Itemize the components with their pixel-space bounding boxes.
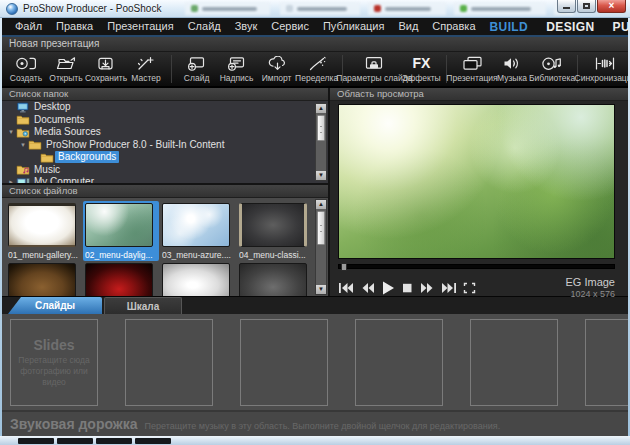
toolbar-button-save[interactable]: Сохранить (86, 52, 126, 86)
slide-placeholder-4[interactable] (355, 319, 443, 406)
transport-buttons (338, 281, 482, 295)
tree-item-my-computer[interactable]: ▸My Computer (2, 176, 328, 185)
media-type-label: EG Image (565, 276, 615, 288)
scroll-up-icon[interactable]: ▲ (316, 104, 326, 113)
folder-tree-scrollbar[interactable]: ▲ ▼ (315, 103, 327, 181)
sync-icon (593, 55, 617, 71)
toolbar-button-fx[interactable]: FXЭффекты (401, 52, 441, 86)
mode-design[interactable]: DESIGN (539, 20, 601, 34)
tree-item-music[interactable]: Music (2, 164, 328, 177)
slide-placeholder-5[interactable] (470, 319, 558, 406)
toolbar-button-sync[interactable]: Синхронизация (583, 52, 628, 86)
scrollbar-thumb[interactable] (317, 115, 325, 141)
slide-placeholder-6[interactable] (585, 319, 628, 406)
slide-placeholder-1[interactable]: SlidesПеретащите сюдафотографию или виде… (10, 319, 98, 406)
files-panel-header: Список файлов (2, 185, 328, 198)
toolbar-button-label: Музыка (497, 73, 527, 83)
scroll-up-icon[interactable]: ▲ (316, 200, 326, 209)
fullscreen-button[interactable] (463, 282, 476, 294)
show-stack-icon (460, 55, 484, 71)
remix-wand-icon (305, 55, 329, 71)
fast-forward-button[interactable] (420, 282, 435, 294)
tab-timeline[interactable]: Шкала (104, 297, 182, 314)
file-thumbnail-silver[interactable] (160, 261, 236, 296)
menu-item-4[interactable]: Звук (228, 18, 265, 35)
toolbar-button-new-show[interactable]: Создать (6, 52, 46, 86)
file-list-scrollbar[interactable]: ▲ ▼ (315, 199, 327, 295)
toolbar-button-speaker[interactable]: Музыка (492, 52, 532, 86)
file-list: 01_menu-gallery...02_menu-daylig...03_me… (2, 198, 328, 296)
toolbar-button-label: Слайд (184, 73, 210, 83)
skip-end-button[interactable] (441, 282, 457, 294)
background-browser-tab (454, 2, 546, 15)
menu-item-1[interactable]: Правка (49, 18, 100, 35)
toolbar-button-remix-wand[interactable]: Переделка (297, 52, 337, 86)
background-browser-tab (368, 2, 446, 15)
menu-item-3[interactable]: Слайд (181, 18, 228, 35)
menu-item-5[interactable]: Сервис (264, 18, 316, 35)
scroll-down-icon[interactable]: ▼ (316, 171, 326, 180)
scrollbar-track[interactable] (316, 143, 326, 171)
toolbar-button-wizard-wand[interactable]: Мастер (126, 52, 166, 86)
close-button[interactable]: × (597, 0, 626, 13)
window-body: ФайлПравкаПрезентацияСлайдЗвукСервисПубл… (2, 18, 628, 436)
toolbar-button-open-folder[interactable]: Открыть (46, 52, 86, 86)
toolbar-button-library-disc[interactable]: Библиотека (532, 52, 572, 86)
file-thumbnail-03-menu-azure-[interactable]: 03_menu-azure.... (160, 201, 236, 261)
tree-item-media-sources[interactable]: ▾Media Sources (2, 126, 328, 139)
maximize-button[interactable] (577, 0, 596, 13)
file-thumbnail-02-menu-daylig-[interactable]: 02_menu-daylig... (83, 201, 159, 261)
mode-publish[interactable]: PUBLISH (606, 20, 630, 34)
minimize-button[interactable] (557, 0, 576, 13)
file-thumbnail-charcoal[interactable] (237, 261, 313, 296)
tree-item-backgrounds[interactable]: Backgrounds (2, 151, 328, 164)
toolbar-button-label: Импорт (262, 73, 292, 83)
toolbar-button-add-caption[interactable]: Надпись (217, 52, 257, 86)
tab-text-blur (385, 7, 431, 11)
menubar: ФайлПравкаПрезентацияСлайдЗвукСервисПубл… (2, 18, 628, 37)
slide-placeholder-2[interactable] (125, 319, 213, 406)
slide-placeholder-3[interactable] (240, 319, 328, 406)
tree-item-label: Media Sources (31, 126, 104, 138)
tree-item-desktop[interactable]: Desktop (2, 101, 328, 114)
thumbnail-image (162, 263, 230, 296)
tree-item-proshow-producer-8-0-built-in-content[interactable]: ▾ProShow Producer 8.0 - Built-In Content (2, 139, 328, 152)
toolbar-button-add-slide[interactable]: Слайд (177, 52, 217, 86)
toolbar-button-show-stack[interactable]: Презентация (452, 52, 492, 86)
thumbnail-image (8, 203, 76, 247)
scrub-bar[interactable] (338, 264, 615, 269)
file-thumbnail-rust[interactable] (6, 261, 82, 296)
play-button[interactable] (381, 281, 395, 295)
rewind-button[interactable] (360, 282, 375, 294)
stop-button[interactable] (401, 282, 414, 294)
scroll-down-icon[interactable]: ▼ (316, 285, 326, 294)
file-thumbnail-04-menu-classi-[interactable]: 04_menu-classi... (237, 201, 313, 261)
scrub-thumb[interactable] (341, 263, 347, 271)
thumbnail-image (8, 263, 76, 296)
file-rows: 01_menu-gallery...02_menu-daylig...03_me… (6, 201, 314, 296)
skip-start-button[interactable] (338, 282, 354, 294)
soundtrack-bar[interactable]: Звуковая дорожка Перетащите музыку в эту… (2, 410, 628, 436)
computer-icon (16, 177, 31, 185)
toolbar-button-label: Создать (10, 73, 42, 83)
menu-item-8[interactable]: Справка (425, 18, 482, 35)
scrollbar-track[interactable] (316, 247, 326, 285)
mode-build[interactable]: BUILD (483, 20, 536, 34)
scrollbar-thumb[interactable] (317, 211, 325, 245)
tree-item-documents[interactable]: Documents (2, 114, 328, 127)
new-show-icon (14, 55, 38, 71)
toolbar-button-import-cloud[interactable]: Импорт (257, 52, 297, 86)
menu-item-0[interactable]: Файл (8, 18, 49, 35)
toolbar-button-slide-options[interactable]: Параметры слайда (347, 52, 401, 86)
menu-item-6[interactable]: Публикация (316, 18, 391, 35)
file-thumbnail-curtain[interactable] (83, 261, 159, 296)
preview-area: EG Image 1024 x 576 (330, 101, 628, 299)
file-thumbnail-01-menu-gallery-[interactable]: 01_menu-gallery... (6, 201, 82, 261)
tree-expander-icon[interactable]: ▸ (6, 178, 16, 185)
tab-favicon (460, 5, 467, 12)
menu-item-2[interactable]: Презентация (100, 18, 180, 35)
tab-slides[interactable]: Слайды (8, 297, 102, 314)
menu-item-7[interactable]: Вид (391, 18, 425, 35)
tree-expander-icon[interactable]: ▾ (18, 141, 28, 149)
tree-expander-icon[interactable]: ▾ (6, 128, 16, 136)
